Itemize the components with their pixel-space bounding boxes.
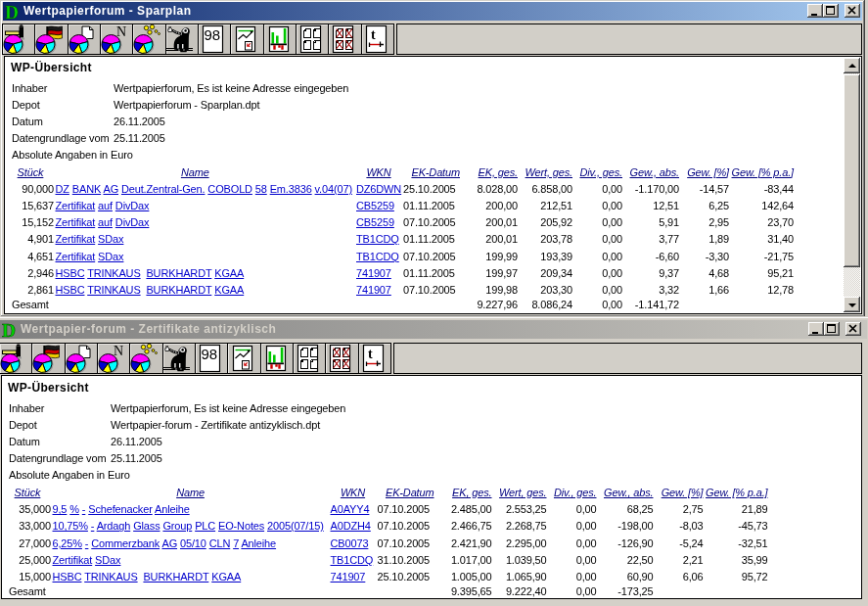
security-link[interactable]: Schefenacker xyxy=(88,503,152,515)
security-link[interactable]: 741907 xyxy=(356,284,391,296)
toolbar-button-overview-hammer[interactable] xyxy=(0,344,31,373)
security-link[interactable]: HSBC xyxy=(56,267,85,279)
toolbar-button-germany-pie[interactable] xyxy=(35,24,67,54)
security-link[interactable]: SDax xyxy=(95,554,120,566)
security-link[interactable]: CB5259 xyxy=(356,216,394,228)
security-link[interactable]: TRINKAUS xyxy=(87,267,140,279)
toolbar-button-ape[interactable] xyxy=(163,344,195,373)
security-link[interactable]: Anleihe xyxy=(241,537,276,549)
column-header[interactable]: Gew., abs. xyxy=(597,487,654,500)
security-link[interactable]: AG xyxy=(103,183,118,195)
security-link[interactable]: 6,25% xyxy=(53,537,82,549)
security-link[interactable]: Zertifikat xyxy=(56,200,96,211)
scroll-up-button[interactable] xyxy=(844,58,860,73)
column-header[interactable]: Stück xyxy=(3,487,52,500)
security-link[interactable]: - xyxy=(91,520,95,532)
security-link[interactable]: Em.3836 xyxy=(270,183,312,195)
security-link[interactable]: Zertifikat xyxy=(53,554,93,566)
security-link[interactable]: COBOLD xyxy=(207,183,252,195)
column-header[interactable]: Gew. [%] xyxy=(679,166,729,180)
toolbar-button-copy-pages[interactable] xyxy=(294,344,325,373)
toolbar-button-copy-pages[interactable] xyxy=(297,24,328,54)
security-link[interactable]: Deut.Zentral-Gen. xyxy=(121,183,206,195)
security-link[interactable]: v.04(07) xyxy=(315,183,352,195)
vertical-scrollbar[interactable] xyxy=(844,58,860,312)
close-button[interactable] xyxy=(845,4,860,18)
scroll-down-button[interactable] xyxy=(844,297,860,312)
toolbar-button-pie-n[interactable] xyxy=(98,344,129,373)
security-link[interactable]: HSBC xyxy=(56,284,85,296)
security-link[interactable]: EO-Notes xyxy=(218,520,264,532)
security-link[interactable]: DivDax xyxy=(115,200,150,211)
security-link[interactable]: DZ xyxy=(56,183,69,195)
column-header[interactable]: Stück xyxy=(6,166,55,180)
security-link[interactable]: 10,75% xyxy=(53,520,88,532)
column-header[interactable]: EK, ges. xyxy=(460,166,518,180)
minimize-button[interactable] xyxy=(808,322,824,336)
toolbar-button-time-ruler[interactable] xyxy=(362,24,393,54)
security-link[interactable]: TB1CDQ xyxy=(356,233,399,245)
column-header[interactable]: EK, ges. xyxy=(434,487,492,500)
security-link[interactable]: DivDax xyxy=(115,216,150,228)
security-link[interactable]: CB0073 xyxy=(331,537,369,549)
security-link[interactable]: AG xyxy=(161,537,177,549)
security-link[interactable]: 05/10 xyxy=(180,537,206,549)
toolbar-button-page-98[interactable] xyxy=(199,24,230,54)
security-link[interactable]: Ardagh xyxy=(97,520,131,532)
column-header[interactable]: EK-Datum xyxy=(377,487,434,500)
toolbar-button-delete-pages[interactable] xyxy=(329,24,360,54)
toolbar-button-line-chart-page[interactable] xyxy=(231,24,262,54)
security-link[interactable]: 7 xyxy=(233,537,239,549)
titlebar[interactable]: Wertpapier-forum - Zertifikate antizykli… xyxy=(0,320,867,339)
toolbar-button-overview-hammer[interactable] xyxy=(3,24,34,54)
column-header[interactable]: Div., ges. xyxy=(572,166,622,180)
toolbar-button-pie-n[interactable] xyxy=(101,24,132,54)
toolbar-button-bar-chart-page[interactable] xyxy=(264,24,296,54)
security-link[interactable]: SDax xyxy=(98,251,123,262)
toolbar-button-ape[interactable] xyxy=(166,24,198,54)
security-link[interactable]: BANK xyxy=(72,183,101,195)
security-link[interactable]: auf xyxy=(98,200,113,211)
toolbar-button-time-ruler[interactable] xyxy=(359,344,390,373)
toolbar-button-line-chart-page[interactable] xyxy=(228,344,259,373)
security-link[interactable]: Commerzbank xyxy=(91,537,160,549)
security-link[interactable]: auf xyxy=(98,216,113,228)
close-button[interactable] xyxy=(845,322,861,336)
security-link[interactable]: KGAA xyxy=(211,571,241,583)
column-header[interactable]: Gew. [% p.a.] xyxy=(704,487,768,500)
security-link[interactable]: - xyxy=(85,537,89,549)
security-link[interactable]: A0DZH4 xyxy=(331,520,371,532)
security-link[interactable]: TRINKAUS xyxy=(84,571,137,583)
column-header[interactable]: Gew. [% p.a.] xyxy=(729,166,794,180)
security-link[interactable]: DZ6DWN xyxy=(356,183,401,195)
security-link[interactable]: 741907 xyxy=(356,267,391,279)
toolbar-button-report-pie[interactable] xyxy=(69,24,100,54)
toolbar-button-bar-chart-page[interactable] xyxy=(261,344,293,373)
security-link[interactable]: Zertifikat xyxy=(56,233,96,245)
security-link[interactable]: TRINKAUS xyxy=(87,284,140,296)
security-link[interactable]: 2005(07/15) xyxy=(267,520,324,532)
security-link[interactable]: CB5259 xyxy=(356,200,394,211)
scrollbar-thumb[interactable] xyxy=(844,74,860,267)
column-header[interactable]: Div., ges. xyxy=(547,487,597,500)
toolbar-button-delete-pages[interactable] xyxy=(326,344,357,373)
column-header[interactable]: Gew., abs. xyxy=(622,166,679,180)
toolbar-button-report-pie[interactable] xyxy=(66,344,97,373)
security-link[interactable]: 58 xyxy=(255,183,267,195)
column-header[interactable]: Wert, ges. xyxy=(518,166,572,180)
column-header[interactable]: EK-Datum xyxy=(402,166,460,180)
titlebar[interactable]: Wertpapierforum - Sparplan xyxy=(3,2,862,21)
column-header[interactable]: Wert, ges. xyxy=(492,487,547,500)
security-link[interactable]: - xyxy=(82,503,86,515)
toolbar-button-pie-bubbles[interactable] xyxy=(133,24,164,54)
column-header[interactable]: Gew. [%] xyxy=(654,487,704,500)
security-link[interactable]: 741907 xyxy=(331,571,366,583)
security-link[interactable]: BURKHARDT xyxy=(146,267,211,279)
security-link[interactable]: KGAA xyxy=(214,267,244,279)
security-link[interactable]: A0AYY4 xyxy=(331,503,370,515)
security-link[interactable]: BURKHARDT xyxy=(143,571,208,583)
security-link[interactable]: Zertifikat xyxy=(56,216,96,228)
maximize-button[interactable] xyxy=(823,4,839,18)
toolbar-button-pie-bubbles[interactable] xyxy=(130,344,161,373)
security-link[interactable]: BURKHARDT xyxy=(146,284,211,296)
